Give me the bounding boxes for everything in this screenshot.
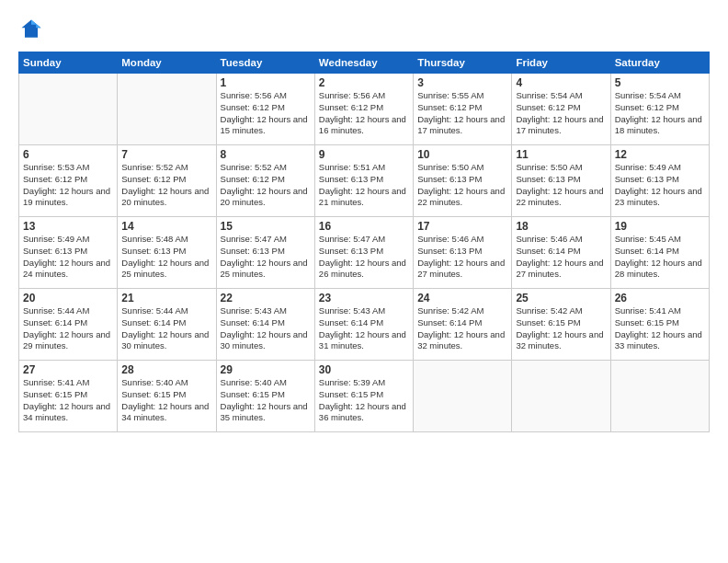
day-number: 9 bbox=[319, 148, 409, 161]
calendar-cell bbox=[610, 361, 709, 432]
day-number: 12 bbox=[615, 148, 705, 161]
calendar-cell: 17Sunrise: 5:46 AM Sunset: 6:13 PM Dayli… bbox=[414, 217, 512, 289]
calendar-cell bbox=[414, 361, 512, 432]
day-number: 5 bbox=[615, 76, 705, 89]
day-info: Sunrise: 5:42 AM Sunset: 6:15 PM Dayligh… bbox=[516, 305, 606, 352]
day-info: Sunrise: 5:51 AM Sunset: 6:13 PM Dayligh… bbox=[319, 162, 409, 209]
header-wednesday: Wednesday bbox=[314, 52, 413, 74]
day-number: 11 bbox=[516, 148, 606, 161]
calendar-cell: 4Sunrise: 5:54 AM Sunset: 6:12 PM Daylig… bbox=[512, 74, 610, 145]
calendar-cell bbox=[118, 74, 216, 145]
calendar-week-1: 1Sunrise: 5:56 AM Sunset: 6:12 PM Daylig… bbox=[19, 74, 710, 145]
day-number: 19 bbox=[615, 220, 705, 233]
calendar-week-5: 27Sunrise: 5:41 AM Sunset: 6:15 PM Dayli… bbox=[19, 361, 710, 432]
day-info: Sunrise: 5:49 AM Sunset: 6:13 PM Dayligh… bbox=[615, 162, 705, 209]
calendar-cell: 30Sunrise: 5:39 AM Sunset: 6:15 PM Dayli… bbox=[314, 361, 413, 432]
header-thursday: Thursday bbox=[414, 52, 512, 74]
day-number: 21 bbox=[121, 292, 211, 304]
day-number: 6 bbox=[23, 148, 113, 161]
calendar-cell: 24Sunrise: 5:42 AM Sunset: 6:14 PM Dayli… bbox=[414, 289, 512, 361]
calendar-cell: 14Sunrise: 5:48 AM Sunset: 6:13 PM Dayli… bbox=[118, 217, 216, 289]
day-number: 27 bbox=[23, 363, 113, 376]
calendar-cell: 16Sunrise: 5:47 AM Sunset: 6:13 PM Dayli… bbox=[314, 217, 413, 289]
calendar-cell: 27Sunrise: 5:41 AM Sunset: 6:15 PM Dayli… bbox=[19, 361, 118, 432]
day-number: 22 bbox=[221, 292, 311, 304]
calendar-cell: 9Sunrise: 5:51 AM Sunset: 6:13 PM Daylig… bbox=[314, 145, 413, 217]
day-info: Sunrise: 5:48 AM Sunset: 6:13 PM Dayligh… bbox=[121, 234, 211, 281]
calendar-cell: 23Sunrise: 5:43 AM Sunset: 6:14 PM Dayli… bbox=[314, 289, 413, 361]
calendar-cell: 21Sunrise: 5:44 AM Sunset: 6:14 PM Dayli… bbox=[118, 289, 216, 361]
calendar-week-4: 20Sunrise: 5:44 AM Sunset: 6:14 PM Dayli… bbox=[19, 289, 710, 361]
calendar-cell: 22Sunrise: 5:43 AM Sunset: 6:14 PM Dayli… bbox=[216, 289, 314, 361]
logo bbox=[18, 17, 48, 42]
day-info: Sunrise: 5:43 AM Sunset: 6:14 PM Dayligh… bbox=[319, 305, 409, 352]
calendar-cell: 6Sunrise: 5:53 AM Sunset: 6:12 PM Daylig… bbox=[19, 145, 118, 217]
calendar-cell: 1Sunrise: 5:56 AM Sunset: 6:12 PM Daylig… bbox=[216, 74, 314, 145]
day-info: Sunrise: 5:39 AM Sunset: 6:15 PM Dayligh… bbox=[319, 377, 409, 424]
day-number: 3 bbox=[417, 76, 507, 89]
day-number: 14 bbox=[121, 220, 211, 233]
calendar-cell: 28Sunrise: 5:40 AM Sunset: 6:15 PM Dayli… bbox=[118, 361, 216, 432]
day-info: Sunrise: 5:53 AM Sunset: 6:12 PM Dayligh… bbox=[23, 162, 113, 209]
logo-icon bbox=[18, 17, 44, 42]
calendar-cell: 8Sunrise: 5:52 AM Sunset: 6:12 PM Daylig… bbox=[216, 145, 314, 217]
calendar-cell bbox=[512, 361, 610, 432]
day-info: Sunrise: 5:47 AM Sunset: 6:13 PM Dayligh… bbox=[319, 234, 409, 281]
day-info: Sunrise: 5:56 AM Sunset: 6:12 PM Dayligh… bbox=[221, 90, 311, 137]
calendar-week-3: 13Sunrise: 5:49 AM Sunset: 6:13 PM Dayli… bbox=[19, 217, 710, 289]
day-info: Sunrise: 5:52 AM Sunset: 6:12 PM Dayligh… bbox=[221, 162, 311, 209]
day-info: Sunrise: 5:50 AM Sunset: 6:13 PM Dayligh… bbox=[417, 162, 507, 209]
day-info: Sunrise: 5:43 AM Sunset: 6:14 PM Dayligh… bbox=[221, 305, 311, 352]
day-info: Sunrise: 5:55 AM Sunset: 6:12 PM Dayligh… bbox=[417, 90, 507, 137]
calendar-cell: 2Sunrise: 5:56 AM Sunset: 6:12 PM Daylig… bbox=[314, 74, 413, 145]
calendar-cell: 11Sunrise: 5:50 AM Sunset: 6:13 PM Dayli… bbox=[512, 145, 610, 217]
day-info: Sunrise: 5:46 AM Sunset: 6:14 PM Dayligh… bbox=[516, 234, 606, 281]
day-number: 20 bbox=[23, 292, 113, 304]
day-info: Sunrise: 5:40 AM Sunset: 6:15 PM Dayligh… bbox=[221, 377, 311, 424]
header-sunday: Sunday bbox=[19, 52, 118, 74]
calendar-cell: 10Sunrise: 5:50 AM Sunset: 6:13 PM Dayli… bbox=[414, 145, 512, 217]
day-number: 8 bbox=[221, 148, 311, 161]
header-tuesday: Tuesday bbox=[216, 52, 314, 74]
day-number: 1 bbox=[221, 76, 311, 89]
day-number: 7 bbox=[121, 148, 211, 161]
day-info: Sunrise: 5:44 AM Sunset: 6:14 PM Dayligh… bbox=[121, 305, 211, 352]
calendar-cell: 13Sunrise: 5:49 AM Sunset: 6:13 PM Dayli… bbox=[19, 217, 118, 289]
calendar-cell: 5Sunrise: 5:54 AM Sunset: 6:12 PM Daylig… bbox=[610, 74, 709, 145]
day-info: Sunrise: 5:46 AM Sunset: 6:13 PM Dayligh… bbox=[417, 234, 507, 281]
calendar-cell: 29Sunrise: 5:40 AM Sunset: 6:15 PM Dayli… bbox=[216, 361, 314, 432]
day-number: 29 bbox=[221, 363, 311, 376]
calendar-cell: 12Sunrise: 5:49 AM Sunset: 6:13 PM Dayli… bbox=[610, 145, 709, 217]
calendar-week-2: 6Sunrise: 5:53 AM Sunset: 6:12 PM Daylig… bbox=[19, 145, 710, 217]
day-number: 13 bbox=[23, 220, 113, 233]
day-info: Sunrise: 5:54 AM Sunset: 6:12 PM Dayligh… bbox=[516, 90, 606, 137]
day-number: 24 bbox=[417, 292, 507, 304]
day-number: 28 bbox=[121, 363, 211, 376]
day-info: Sunrise: 5:40 AM Sunset: 6:15 PM Dayligh… bbox=[121, 377, 211, 424]
header-friday: Friday bbox=[512, 52, 610, 74]
day-number: 10 bbox=[417, 148, 507, 161]
calendar-cell: 15Sunrise: 5:47 AM Sunset: 6:13 PM Dayli… bbox=[216, 217, 314, 289]
calendar-cell: 18Sunrise: 5:46 AM Sunset: 6:14 PM Dayli… bbox=[512, 217, 610, 289]
calendar-cell bbox=[19, 74, 118, 145]
header-saturday: Saturday bbox=[610, 52, 709, 74]
day-number: 15 bbox=[221, 220, 311, 233]
calendar-cell: 20Sunrise: 5:44 AM Sunset: 6:14 PM Dayli… bbox=[19, 289, 118, 361]
day-number: 17 bbox=[417, 220, 507, 233]
calendar-cell: 25Sunrise: 5:42 AM Sunset: 6:15 PM Dayli… bbox=[512, 289, 610, 361]
day-number: 18 bbox=[516, 220, 606, 233]
day-number: 23 bbox=[319, 292, 409, 304]
day-info: Sunrise: 5:41 AM Sunset: 6:15 PM Dayligh… bbox=[23, 377, 113, 424]
calendar-table: SundayMondayTuesdayWednesdayThursdayFrid… bbox=[18, 52, 710, 432]
day-number: 25 bbox=[516, 292, 606, 304]
calendar-cell: 19Sunrise: 5:45 AM Sunset: 6:14 PM Dayli… bbox=[610, 217, 709, 289]
day-info: Sunrise: 5:47 AM Sunset: 6:13 PM Dayligh… bbox=[221, 234, 311, 281]
day-info: Sunrise: 5:52 AM Sunset: 6:12 PM Dayligh… bbox=[121, 162, 211, 209]
calendar-cell: 7Sunrise: 5:52 AM Sunset: 6:12 PM Daylig… bbox=[118, 145, 216, 217]
header-monday: Monday bbox=[118, 52, 216, 74]
day-info: Sunrise: 5:42 AM Sunset: 6:14 PM Dayligh… bbox=[417, 305, 507, 352]
day-info: Sunrise: 5:41 AM Sunset: 6:15 PM Dayligh… bbox=[615, 305, 705, 352]
day-number: 16 bbox=[319, 220, 409, 233]
day-info: Sunrise: 5:56 AM Sunset: 6:12 PM Dayligh… bbox=[319, 90, 409, 137]
day-info: Sunrise: 5:45 AM Sunset: 6:14 PM Dayligh… bbox=[615, 234, 705, 281]
